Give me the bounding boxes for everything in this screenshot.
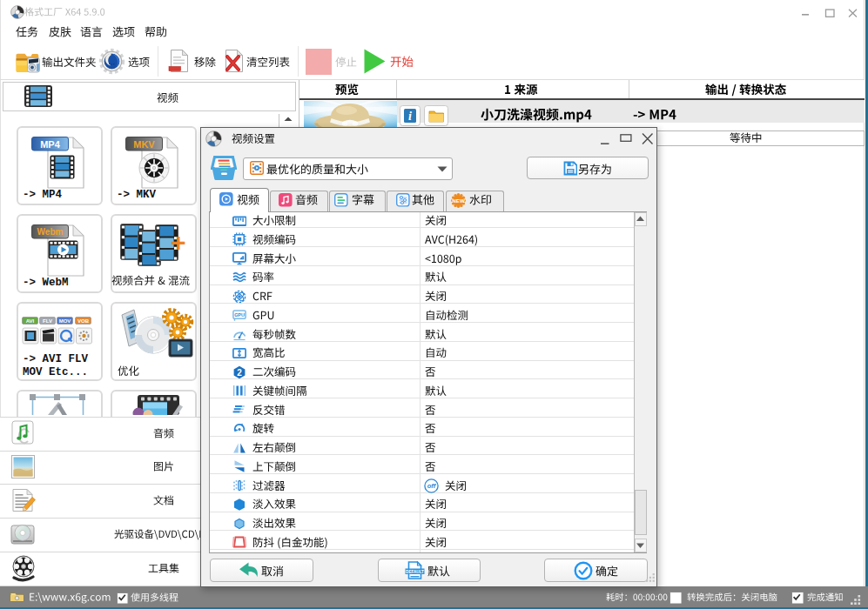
- svg-text:MP4: MP4: [40, 139, 61, 150]
- svg-text:off: off: [427, 483, 437, 491]
- svg-text:Webm: Webm: [37, 227, 64, 237]
- svg-text:FLV: FLV: [43, 318, 52, 324]
- svg-text:i: i: [408, 110, 412, 123]
- svg-text:GPU: GPU: [234, 312, 245, 318]
- svg-text:MOV: MOV: [59, 318, 71, 324]
- svg-text:NEW: NEW: [452, 197, 465, 204]
- svg-text:VOB: VOB: [77, 318, 90, 324]
- svg-text:MKV: MKV: [133, 139, 155, 150]
- svg-text:DEFAULT: DEFAULT: [406, 570, 424, 574]
- svg-text:2: 2: [237, 367, 242, 377]
- svg-text:AVI: AVI: [26, 318, 35, 324]
